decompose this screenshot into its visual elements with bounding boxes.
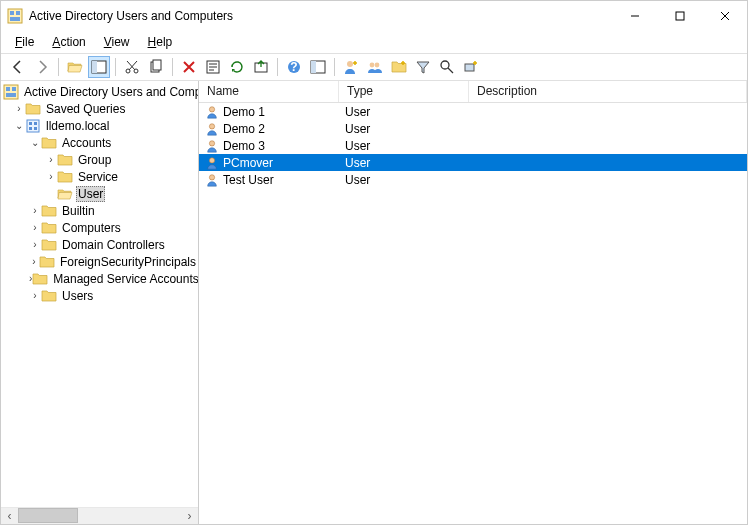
copy-button[interactable]	[145, 56, 167, 78]
new-group-button[interactable]	[364, 56, 386, 78]
tree-fsp[interactable]: › ForeignSecurityPrincipals	[1, 253, 198, 270]
list-row[interactable]: Demo 1User	[199, 103, 747, 120]
list-header: Name Type Description	[199, 81, 747, 103]
show-hide-tree-button[interactable]	[88, 56, 110, 78]
tree-pane: Active Directory Users and Computers › S…	[1, 81, 199, 524]
list-row[interactable]: Demo 2User	[199, 120, 747, 137]
user-icon	[205, 122, 219, 136]
filter-button[interactable]	[412, 56, 434, 78]
folder-icon	[41, 135, 57, 151]
toolbar-separator	[58, 58, 59, 76]
column-name[interactable]: Name	[199, 81, 339, 102]
new-user-button[interactable]	[340, 56, 362, 78]
minimize-button[interactable]	[612, 1, 657, 31]
expand-icon[interactable]: ›	[45, 154, 57, 165]
list-row[interactable]: Demo 3User	[199, 137, 747, 154]
tree-domain[interactable]: ⌄ lldemo.local	[1, 117, 198, 134]
action-pane-button[interactable]	[307, 56, 329, 78]
tree-service[interactable]: › Service	[1, 168, 198, 185]
properties-button[interactable]	[202, 56, 224, 78]
toolbar-separator	[334, 58, 335, 76]
expand-icon[interactable]: ›	[13, 103, 25, 114]
tree-label: Managed Service Accounts	[51, 272, 198, 286]
tree-user[interactable]: User	[1, 185, 198, 202]
up-one-level-button[interactable]	[64, 56, 86, 78]
window-title: Active Directory Users and Computers	[29, 9, 612, 23]
folder-icon	[41, 288, 57, 304]
tree-group[interactable]: › Group	[1, 151, 198, 168]
user-icon	[205, 105, 219, 119]
tree-body[interactable]: Active Directory Users and Computers › S…	[1, 81, 198, 507]
row-name: Demo 2	[223, 122, 265, 136]
menubar: File Action View Help	[1, 31, 747, 53]
new-ou-button[interactable]	[388, 56, 410, 78]
cell-type: User	[339, 105, 469, 119]
add-criteria-button[interactable]	[460, 56, 482, 78]
expand-icon[interactable]: ›	[29, 222, 41, 233]
find-button[interactable]	[436, 56, 458, 78]
tree-label: Builtin	[60, 204, 97, 218]
tree-builtin[interactable]: › Builtin	[1, 202, 198, 219]
scroll-right-icon[interactable]: ›	[181, 508, 198, 525]
menu-help[interactable]: Help	[140, 33, 181, 51]
tree-computers[interactable]: › Computers	[1, 219, 198, 236]
expand-icon[interactable]: ›	[29, 239, 41, 250]
nav-forward-button[interactable]	[31, 56, 53, 78]
tree-label: ForeignSecurityPrincipals	[58, 255, 198, 269]
scroll-left-icon[interactable]: ‹	[1, 508, 18, 525]
export-list-button[interactable]	[250, 56, 272, 78]
tree-domain-controllers[interactable]: › Domain Controllers	[1, 236, 198, 253]
list-row[interactable]: PCmoverUser	[199, 154, 747, 171]
tree-label: User	[76, 186, 105, 202]
maximize-button[interactable]	[657, 1, 702, 31]
folder-icon	[57, 152, 73, 168]
help-button[interactable]	[283, 56, 305, 78]
tree-saved-queries[interactable]: › Saved Queries	[1, 100, 198, 117]
tree-label: Users	[60, 289, 95, 303]
toolbar	[1, 53, 747, 81]
menu-view[interactable]: View	[96, 33, 138, 51]
tree-accounts[interactable]: ⌄ Accounts	[1, 134, 198, 151]
list-pane: Name Type Description Demo 1UserDemo 2Us…	[199, 81, 747, 524]
expand-icon[interactable]: ›	[29, 256, 39, 267]
cell-name: Demo 2	[199, 122, 339, 136]
list-body[interactable]: Demo 1UserDemo 2UserDemo 3UserPCmoverUse…	[199, 103, 747, 524]
folder-icon	[25, 101, 41, 117]
folder-icon	[57, 169, 73, 185]
tree-msa[interactable]: › Managed Service Accounts	[1, 270, 198, 287]
expand-icon[interactable]: ›	[29, 290, 41, 301]
refresh-button[interactable]	[226, 56, 248, 78]
user-icon	[205, 173, 219, 187]
tree-label: Group	[76, 153, 113, 167]
list-row[interactable]: Test UserUser	[199, 171, 747, 188]
expand-icon[interactable]: ›	[29, 205, 41, 216]
app-icon	[7, 8, 23, 24]
menu-action[interactable]: Action	[44, 33, 93, 51]
row-name: Demo 1	[223, 105, 265, 119]
tree-users[interactable]: › Users	[1, 287, 198, 304]
tree-horizontal-scrollbar[interactable]: ‹ ›	[1, 507, 198, 524]
collapse-icon[interactable]: ⌄	[13, 120, 25, 131]
delete-button[interactable]	[178, 56, 200, 78]
mmc-icon	[3, 84, 19, 100]
scroll-thumb[interactable]	[18, 508, 78, 523]
tree-label: Computers	[60, 221, 123, 235]
cell-type: User	[339, 173, 469, 187]
column-type[interactable]: Type	[339, 81, 469, 102]
nav-back-button[interactable]	[7, 56, 29, 78]
tree-label: Accounts	[60, 136, 113, 150]
cell-type: User	[339, 156, 469, 170]
column-description[interactable]: Description	[469, 81, 747, 102]
close-button[interactable]	[702, 1, 747, 31]
menu-file[interactable]: File	[7, 33, 42, 51]
scroll-track[interactable]	[18, 508, 181, 525]
cut-button[interactable]	[121, 56, 143, 78]
cell-name: Demo 3	[199, 139, 339, 153]
folder-icon	[41, 237, 57, 253]
tree-label: Service	[76, 170, 120, 184]
tree-root[interactable]: Active Directory Users and Computers	[1, 83, 198, 100]
expand-icon[interactable]: ›	[45, 171, 57, 182]
user-icon	[205, 156, 219, 170]
svg-rect-25	[676, 12, 684, 20]
collapse-icon[interactable]: ⌄	[29, 137, 41, 148]
